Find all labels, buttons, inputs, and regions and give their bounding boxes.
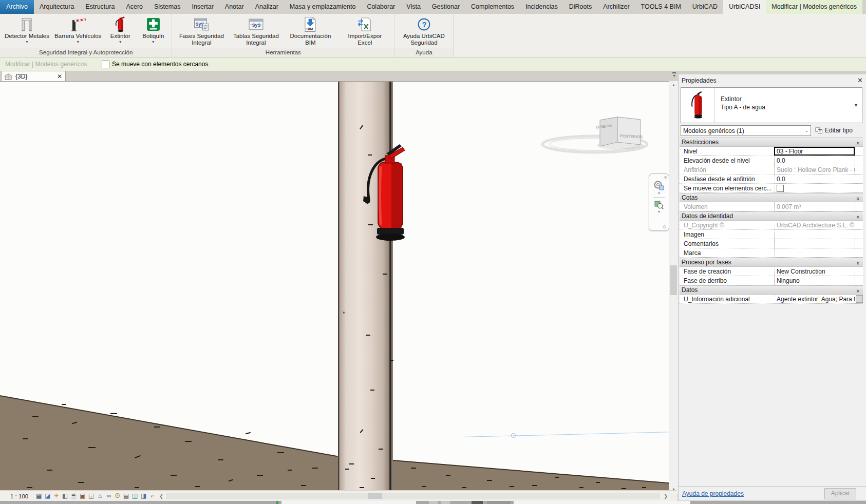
- property-value-field[interactable]: Ninguno: [774, 276, 855, 285]
- view-scale-button[interactable]: 1 : 100: [0, 493, 34, 499]
- tab-urbicad[interactable]: UrbiCAD: [687, 0, 723, 14]
- fire-extinguisher-model[interactable]: [360, 142, 416, 249]
- properties-help-link[interactable]: Ayuda de propiedades: [682, 490, 824, 497]
- browse-button[interactable]: [856, 295, 863, 303]
- tab-insertar[interactable]: Insertar: [186, 0, 219, 14]
- tab-tools-4-bim[interactable]: TOOLS 4 BIM: [635, 0, 687, 14]
- tab-incidencias[interactable]: Incidencias: [520, 0, 563, 14]
- collapse-section-icon[interactable]: «: [854, 197, 862, 200]
- property-value-field[interactable]: 03 - Floor: [774, 147, 855, 156]
- properties-close-icon[interactable]: ✕: [857, 76, 863, 84]
- property-value-field[interactable]: [774, 184, 855, 192]
- reveal-hidden-elements-icon[interactable]: ʘ: [113, 491, 122, 501]
- section-header-proceso-por-fases[interactable]: Proceso por fases«: [680, 258, 863, 267]
- collapse-section-icon[interactable]: «: [854, 289, 862, 293]
- viewport-horizontal-scrollbar[interactable]: [166, 493, 661, 499]
- property-value-field[interactable]: Agente extintor: Agua; Para fu...: [774, 295, 855, 303]
- viewcube[interactable]: DERECHA POSTERIOR: [539, 112, 650, 158]
- visual-style-icon[interactable]: ◪: [43, 491, 52, 501]
- navigation-bar[interactable]: ⊗ ▼ ▼ ⊖: [649, 173, 669, 231]
- fases-seguridad-integral-button[interactable]: SySFases Seguridad Integral: [174, 15, 229, 46]
- scroll-right-icon[interactable]: ❯: [661, 494, 670, 499]
- type-selector-dropdown-icon[interactable]: ▼: [854, 88, 862, 123]
- 3d-viewport[interactable]: DERECHA POSTERIOR ⊗ ▼ ▼ ⊖: [0, 81, 669, 491]
- property-value-field[interactable]: Suelo : Hollow Core Plank - C...: [774, 165, 855, 174]
- tab-analizar[interactable]: Analizar: [250, 0, 284, 14]
- tab-estructura[interactable]: Estructura: [80, 0, 120, 14]
- detector-metales-button[interactable]: Detector Metales▾: [2, 15, 52, 44]
- tab-acero[interactable]: Acero: [120, 0, 148, 14]
- extintor-button[interactable]: Extintor▾: [104, 15, 137, 44]
- section-header-restricciones[interactable]: Restricciones«: [680, 138, 863, 147]
- section-header-datos[interactable]: Datos«: [680, 285, 863, 295]
- tab-gestionar[interactable]: Gestionar: [426, 0, 465, 14]
- import-expor-excel-button[interactable]: XImport/Expor Excel: [337, 15, 392, 46]
- tab-colaborar[interactable]: Colaborar: [361, 0, 401, 14]
- apply-button[interactable]: Aplicar: [824, 488, 856, 499]
- temporary-view-properties-icon[interactable]: ▤: [122, 491, 130, 501]
- chevron-down-icon[interactable]: ▾: [152, 40, 154, 44]
- navbar-collapse-icon[interactable]: ⊖: [662, 224, 666, 229]
- tab-vista[interactable]: Vista: [401, 0, 426, 14]
- type-selector[interactable]: Extintor Tipo A - de agua ▼: [681, 87, 862, 123]
- property-value-field[interactable]: 0.0: [774, 175, 855, 183]
- property-value-field[interactable]: [774, 230, 855, 239]
- zoom-tool-icon[interactable]: [649, 200, 669, 210]
- tab-complementos[interactable]: Complementos: [465, 0, 520, 14]
- collapse-section-icon[interactable]: «: [854, 142, 862, 145]
- reveal-constraints-icon[interactable]: ⌐: [148, 491, 157, 501]
- tab-diroots[interactable]: DiRoots: [563, 0, 597, 14]
- tab-modificar-modelos-gen-ricos[interactable]: Modificar | Modelos genéricos: [766, 0, 862, 14]
- temporary-hide-isolate-icon[interactable]: ∞: [104, 491, 113, 501]
- locked-3d-view-icon[interactable]: ⌂: [96, 491, 104, 501]
- tab-sistemas[interactable]: Sistemas: [148, 0, 186, 14]
- collapse-section-icon[interactable]: «: [854, 262, 862, 265]
- vertical-scroll-thumb[interactable]: [670, 265, 677, 295]
- tab-urbicadsi[interactable]: UrbiCADSI: [723, 0, 766, 14]
- rendering-dialog-icon[interactable]: ☕: [69, 491, 78, 501]
- botiqu-n-button[interactable]: Botiquín▾: [137, 15, 170, 44]
- analytical-model-icon[interactable]: ◫: [130, 491, 139, 501]
- tab-masa-y-emplazamiento[interactable]: Masa y emplazamiento: [284, 0, 362, 14]
- navbar-zoom-arrow-icon[interactable]: ▼: [649, 210, 669, 214]
- property-value-field[interactable]: [774, 239, 855, 248]
- shadows-icon[interactable]: ◧: [61, 491, 69, 501]
- chevron-down-icon[interactable]: ▾: [26, 40, 28, 44]
- viewport-vertical-scrollbar[interactable]: ▲ ▼: [669, 81, 678, 494]
- displacement-sets-icon[interactable]: ◨: [139, 491, 148, 501]
- ayuda-urbicad-seguridad-button[interactable]: ?Ayuda UrbiCAD Seguridad: [397, 15, 451, 46]
- moves-with-nearby-checkbox[interactable]: [102, 61, 109, 68]
- property-value-field[interactable]: 0.007 m³: [774, 202, 855, 211]
- steering-wheel-icon[interactable]: [649, 180, 669, 191]
- scroll-up-icon[interactable]: ▲: [669, 81, 678, 89]
- chevron-down-icon[interactable]: ▾: [119, 40, 121, 44]
- tab-anotar[interactable]: Anotar: [219, 0, 250, 14]
- scroll-left-icon[interactable]: ❮: [157, 494, 166, 499]
- show-crop-region-icon[interactable]: ◱: [87, 491, 96, 501]
- section-header-datos-de-identidad[interactable]: Datos de identidad«: [680, 211, 863, 221]
- horizontal-scroll-thumb[interactable]: [368, 493, 382, 499]
- property-value-field[interactable]: UrbiCAD Architecture S.L. ©: [774, 221, 855, 229]
- tablas-seguridad-integral-button[interactable]: SySTablas Seguridad Integral: [229, 15, 283, 46]
- property-value-field[interactable]: 0.0: [774, 156, 855, 165]
- collapse-section-icon[interactable]: «: [854, 216, 862, 219]
- tab-archivo[interactable]: Archivo: [0, 0, 34, 14]
- tab-archilizer[interactable]: Archilizer: [597, 0, 635, 14]
- navbar-wheel-arrow-icon[interactable]: ▼: [649, 191, 669, 196]
- crop-view-icon[interactable]: ▣: [78, 491, 87, 501]
- close-view-icon[interactable]: ✕: [57, 73, 62, 80]
- documentaci-n-bim-button[interactable]: BIMDocumentación BIM: [283, 15, 337, 46]
- barrera-veh-culos-button[interactable]: Barrera Vehículos▾: [52, 15, 104, 44]
- navbar-close-icon[interactable]: ⊗: [664, 175, 667, 180]
- detail-level-icon[interactable]: ▦: [34, 491, 43, 501]
- property-checkbox[interactable]: [777, 185, 784, 192]
- section-header-cotas[interactable]: Cotas«: [680, 193, 863, 202]
- selection-filter-dropdown[interactable]: Modelos genéricos (1) ⌄: [681, 125, 811, 136]
- property-value-field[interactable]: New Construction: [774, 267, 855, 276]
- tab-arquitectura[interactable]: Arquitectura: [34, 0, 80, 14]
- chevron-down-icon[interactable]: ▾: [77, 40, 79, 44]
- property-value-field[interactable]: [774, 248, 855, 257]
- edit-type-button[interactable]: Editar tipo: [814, 125, 854, 135]
- view-tab-list-icon[interactable]: ▼: [672, 72, 676, 77]
- view-tab-3d[interactable]: {3D} ✕: [1, 71, 66, 82]
